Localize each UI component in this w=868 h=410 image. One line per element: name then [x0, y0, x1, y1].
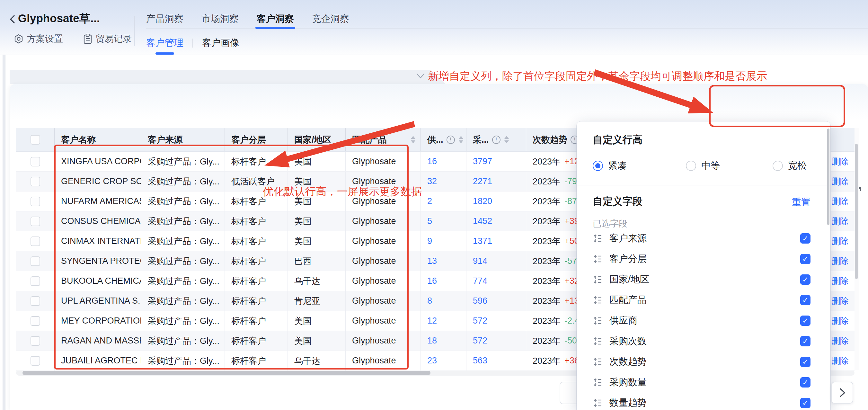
row-checkbox[interactable]: [31, 276, 40, 286]
main-tab[interactable]: 竞企洞察: [312, 10, 349, 28]
delete-row-link[interactable]: 删除: [831, 211, 849, 231]
field-item[interactable]: 采购数量 ✓: [577, 372, 830, 393]
suppliers-count-link[interactable]: 32: [427, 176, 437, 186]
suppliers-count-link[interactable]: 9: [427, 236, 432, 246]
drag-handle-icon[interactable]: [593, 336, 602, 346]
main-tab[interactable]: 市场洞察: [202, 10, 239, 28]
drag-handle-icon[interactable]: [593, 357, 602, 367]
delete-row-link[interactable]: 删除: [831, 251, 849, 271]
field-item[interactable]: 国家/地区 ✓: [577, 269, 830, 290]
sort-icon[interactable]: [504, 136, 509, 143]
chevron-down-icon[interactable]: [416, 72, 425, 80]
panel-scrollbar-thumb[interactable]: [827, 128, 830, 225]
plan-settings-label: 方案设置: [27, 33, 63, 45]
row-checkbox[interactable]: [31, 216, 40, 226]
suppliers-count-link[interactable]: 8: [427, 296, 432, 306]
purchases-count-link[interactable]: 1820: [473, 196, 492, 206]
field-item[interactable]: 客户分层 ✓: [577, 249, 830, 269]
main-tab[interactable]: 客户洞察: [257, 10, 294, 28]
info-icon[interactable]: !: [492, 136, 500, 144]
suppliers-count-link[interactable]: 23: [427, 356, 437, 365]
suppliers-count-link[interactable]: 12: [427, 316, 437, 326]
field-checkbox[interactable]: ✓: [800, 336, 810, 346]
field-item[interactable]: 采购次数 ✓: [577, 331, 830, 352]
suppliers-count-link[interactable]: 13: [427, 256, 437, 266]
delete-row-link[interactable]: 删除: [831, 271, 849, 291]
field-checkbox[interactable]: ✓: [800, 295, 810, 305]
info-icon[interactable]: !: [446, 136, 455, 144]
row-checkbox[interactable]: [31, 316, 40, 326]
delete-row-link[interactable]: 删除: [831, 351, 849, 371]
field-checkbox[interactable]: ✓: [800, 398, 810, 408]
field-checkbox[interactable]: ✓: [800, 316, 810, 326]
field-item[interactable]: 次数趋势 ✓: [577, 352, 830, 372]
purchases-count-link[interactable]: 1452: [473, 216, 492, 226]
purchases-count-link[interactable]: 572: [473, 316, 487, 326]
delete-row-link[interactable]: 删除: [831, 311, 849, 331]
field-label: 客户分层: [610, 253, 647, 265]
delete-row-link[interactable]: 删除: [831, 172, 849, 192]
row-checkbox[interactable]: [31, 256, 40, 266]
purchases-count-link[interactable]: 2271: [473, 176, 492, 186]
sort-icon[interactable]: [459, 136, 463, 143]
drag-handle-icon[interactable]: [593, 254, 602, 264]
field-checkbox[interactable]: ✓: [800, 233, 810, 243]
row-checkbox[interactable]: [31, 336, 40, 346]
next-page-button[interactable]: [831, 382, 853, 404]
field-checkbox[interactable]: ✓: [800, 377, 810, 387]
drag-handle-icon[interactable]: [593, 378, 602, 387]
delete-row-link[interactable]: 删除: [831, 231, 849, 251]
radio-medium[interactable]: 中等: [686, 159, 720, 172]
purchases-count-link[interactable]: 774: [473, 276, 487, 286]
customize-columns-panel: 自定义行高 紧凑 中等 宽松 自定义字段 重置 已选字段 客户来源 ✓ 客户分层: [577, 121, 830, 410]
row-checkbox[interactable]: [31, 236, 40, 246]
sub-tab-customer-profile[interactable]: 客户画像: [202, 31, 239, 55]
delete-row-link[interactable]: 删除: [831, 192, 849, 211]
purchases-count-link[interactable]: 1371: [473, 236, 492, 246]
vertical-scrollbar-thumb[interactable]: [855, 144, 858, 279]
radio-compact[interactable]: 紧凑: [593, 159, 627, 172]
select-all-checkbox[interactable]: [31, 135, 40, 145]
suppliers-count-link[interactable]: 16: [427, 276, 437, 286]
chevron-right-icon: [838, 387, 846, 398]
row-checkbox[interactable]: [31, 197, 40, 206]
radio-loose[interactable]: 宽松: [773, 159, 807, 172]
drag-handle-icon[interactable]: [593, 398, 602, 408]
suppliers-count-link[interactable]: 18: [427, 336, 437, 346]
vertical-scrollbar[interactable]: [854, 128, 859, 370]
purchases-count-link[interactable]: 914: [473, 256, 487, 266]
purchases-count-link[interactable]: 563: [473, 356, 487, 365]
field-item[interactable]: 数量趋势 ✓: [577, 393, 830, 410]
drag-handle-icon[interactable]: [593, 275, 602, 284]
field-checkbox[interactable]: ✓: [800, 357, 810, 367]
field-item[interactable]: 匹配产品 ✓: [577, 290, 830, 311]
purchases-count-link[interactable]: 596: [473, 296, 487, 306]
row-checkbox[interactable]: [31, 177, 40, 186]
red-arrow-to-button: [575, 61, 742, 128]
field-item[interactable]: 供应商 ✓: [577, 311, 830, 331]
row-checkbox[interactable]: [31, 157, 40, 167]
plan-settings-button[interactable]: 方案设置: [13, 33, 63, 45]
purchases-count-link[interactable]: 3797: [473, 156, 492, 167]
drag-handle-icon[interactable]: [593, 234, 602, 243]
sub-tab-customer-management[interactable]: 客户管理: [146, 31, 183, 55]
red-annotation-row-height: 优化默认行高，一屏展示更多数据: [263, 184, 422, 199]
delete-row-link[interactable]: 删除: [831, 331, 849, 351]
suppliers-count-link[interactable]: 2: [427, 196, 432, 206]
reset-link[interactable]: 重置: [792, 196, 810, 209]
suppliers-count-link[interactable]: 5: [427, 216, 432, 226]
trade-records-button[interactable]: 贸易记录: [83, 33, 132, 45]
field-checkbox[interactable]: ✓: [800, 274, 810, 285]
delete-row-link[interactable]: 删除: [831, 152, 849, 172]
horizontal-scrollbar-thumb[interactable]: [23, 371, 431, 375]
row-checkbox[interactable]: [31, 296, 40, 306]
purchases-count-link[interactable]: 572: [473, 336, 487, 346]
field-item[interactable]: 客户来源 ✓: [577, 228, 830, 249]
row-checkbox[interactable]: [31, 356, 40, 365]
delete-row-link[interactable]: 删除: [831, 291, 849, 311]
field-checkbox[interactable]: ✓: [800, 254, 810, 264]
drag-handle-icon[interactable]: [593, 316, 602, 325]
main-tab[interactable]: 产品洞察: [146, 10, 183, 28]
drag-handle-icon[interactable]: [593, 295, 602, 305]
back-icon[interactable]: [7, 13, 19, 25]
